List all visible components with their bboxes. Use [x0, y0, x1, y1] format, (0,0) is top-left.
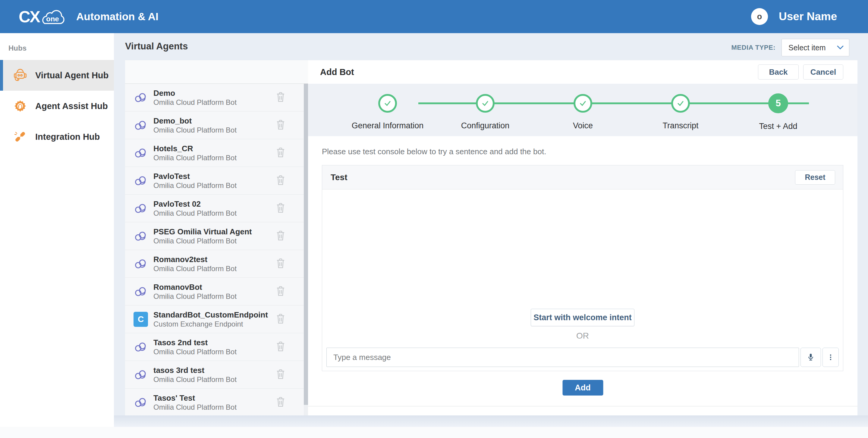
- bot-name: PavloTest 02: [153, 199, 237, 209]
- trash-icon: [276, 174, 286, 186]
- add-button[interactable]: Add: [562, 380, 603, 396]
- or-label: OR: [322, 331, 843, 341]
- trash-icon: [276, 147, 286, 158]
- step-label: Voice: [573, 121, 593, 130]
- bot-list-item[interactable]: Tasos 2nd test Omilia Cloud Platform Bot: [125, 333, 308, 361]
- media-type-select[interactable]: Select item: [781, 39, 849, 56]
- trash-icon: [276, 258, 286, 269]
- omilia-cloud-icon: [133, 175, 148, 187]
- bot-type: Custom Exchange Endpoint: [153, 319, 268, 329]
- delete-bot-button[interactable]: [276, 285, 286, 298]
- trash-icon: [276, 91, 286, 103]
- step-label: Configuration: [461, 121, 510, 130]
- sidebar-item-integration-hub[interactable]: Integration Hub: [0, 122, 114, 152]
- delete-bot-button[interactable]: [276, 368, 286, 381]
- bot-list-item[interactable]: Demo_bot Omilia Cloud Platform Bot: [125, 111, 308, 139]
- bot-list-item[interactable]: Tasos' Test Omilia Cloud Platform Bot: [125, 389, 308, 416]
- bot-type: Omilia Cloud Platform Bot: [153, 375, 237, 384]
- bot-name: Demo: [153, 88, 237, 98]
- plug-link-icon: [13, 130, 27, 144]
- bot-type: Omilia Cloud Platform Bot: [153, 98, 237, 107]
- delete-bot-button[interactable]: [276, 119, 286, 131]
- add-bot-header: Add Bot Back Cancel: [308, 60, 858, 84]
- omilia-cloud-icon: [133, 285, 148, 298]
- wizard-step: 5 Test + Add: [730, 84, 827, 136]
- trash-icon: [276, 285, 286, 297]
- scrollbar-thumb[interactable]: [304, 84, 308, 405]
- sidebar-nav: Virtual Agent Hub Agent Assist Hub: [0, 60, 114, 152]
- step-indicator[interactable]: [378, 94, 397, 113]
- page-section-title: Virtual Agents: [125, 41, 188, 52]
- gear-headset-icon: [13, 99, 27, 113]
- delete-bot-button[interactable]: [276, 174, 286, 187]
- message-input[interactable]: [327, 348, 799, 367]
- delete-bot-button[interactable]: [276, 202, 286, 214]
- step-label: Test + Add: [759, 122, 798, 131]
- sidebar-item-label: Agent Assist Hub: [35, 101, 108, 111]
- bot-list-panel: Demo Omilia Cloud Platform Bot Demo_bot …: [125, 60, 308, 416]
- step-indicator[interactable]: [574, 94, 592, 113]
- media-type-selected-value: Select item: [788, 43, 826, 52]
- bot-list: Demo Omilia Cloud Platform Bot Demo_bot …: [125, 84, 308, 416]
- bot-list-item[interactable]: Hotels_CR Omilia Cloud Platform Bot: [125, 139, 308, 167]
- add-bot-title: Add Bot: [320, 67, 354, 77]
- sidebar-item-agent-assist-hub[interactable]: Agent Assist Hub: [0, 91, 114, 122]
- microphone-button[interactable]: [801, 348, 821, 367]
- delete-bot-button[interactable]: [276, 230, 286, 242]
- bot-list-header: [125, 60, 308, 84]
- test-instruction-text: Please use test console below to try a s…: [322, 147, 546, 156]
- bot-list-item[interactable]: tasos 3rd test Omilia Cloud Platform Bot: [125, 361, 308, 389]
- omilia-cloud-icon: [133, 397, 148, 408]
- wizard-actions: Back Cancel: [758, 64, 843, 79]
- check-icon: [676, 99, 685, 108]
- delete-bot-button[interactable]: [276, 147, 286, 159]
- bot-name: RomanovBot: [153, 282, 237, 292]
- bot-list-scrollbar[interactable]: [304, 84, 308, 416]
- step-indicator[interactable]: 5: [768, 93, 788, 113]
- bot-list-item[interactable]: PavloTest 02 Omilia Cloud Platform Bot: [125, 195, 308, 222]
- bot-list-item[interactable]: PavloTest Omilia Cloud Platform Bot: [125, 167, 308, 195]
- app-screen: CX one Automation & AI o User Name Hubs: [0, 0, 868, 438]
- step-indicator[interactable]: [476, 94, 495, 113]
- omilia-cloud-icon: [133, 230, 148, 242]
- bot-list-item[interactable]: C StandardBot_CustomEndpoint Custom Exch…: [125, 305, 308, 333]
- bot-name: Romanov2test: [153, 255, 237, 264]
- delete-bot-button[interactable]: [276, 341, 286, 353]
- user-menu[interactable]: User Name: [779, 10, 837, 23]
- more-options-button[interactable]: [823, 348, 839, 367]
- bot-list-item[interactable]: PSEG Omilia Virtual Agent Omilia Cloud P…: [125, 222, 308, 250]
- bot-name: Hotels_CR: [153, 144, 237, 153]
- back-button[interactable]: Back: [758, 64, 799, 79]
- bot-type: Omilia Cloud Platform Bot: [153, 181, 237, 190]
- delete-bot-button[interactable]: [276, 258, 286, 270]
- start-with-welcome-intent-button[interactable]: Start with welcome intent: [531, 309, 634, 326]
- delete-bot-button[interactable]: [276, 91, 286, 104]
- step-indicator[interactable]: [671, 94, 690, 113]
- bot-list-item[interactable]: Demo Omilia Cloud Platform Bot: [125, 84, 308, 111]
- bot-type: Omilia Cloud Platform Bot: [153, 347, 237, 357]
- bot-type: Omilia Cloud Platform Bot: [153, 236, 252, 245]
- bot-name: Demo_bot: [153, 116, 237, 126]
- bot-name: tasos 3rd test: [153, 365, 237, 375]
- reset-button[interactable]: Reset: [795, 170, 835, 184]
- delete-bot-button[interactable]: [276, 396, 286, 408]
- avatar[interactable]: o: [751, 8, 768, 25]
- bot-list-item[interactable]: RomanovBot Omilia Cloud Platform Bot: [125, 278, 308, 305]
- trash-icon: [276, 202, 286, 213]
- omilia-cloud-icon: [133, 119, 148, 131]
- bot-list-item[interactable]: Romanov2test Omilia Cloud Platform Bot: [125, 250, 308, 278]
- bot-type: Omilia Cloud Platform Bot: [153, 292, 237, 301]
- bot-type: Omilia Cloud Platform Bot: [153, 264, 237, 273]
- test-console-title: Test: [331, 173, 347, 182]
- cancel-button[interactable]: Cancel: [803, 64, 843, 79]
- trash-icon: [276, 341, 286, 352]
- omilia-cloud-icon: [133, 147, 148, 159]
- sidebar-item-label: Virtual Agent Hub: [35, 70, 108, 80]
- robot-headset-icon: [13, 68, 27, 82]
- step-label: General Information: [352, 121, 424, 130]
- sidebar-item-virtual-agent-hub[interactable]: Virtual Agent Hub: [0, 60, 114, 91]
- page-title: Automation & AI: [76, 10, 158, 23]
- delete-bot-button[interactable]: [276, 313, 286, 325]
- media-type-group: MEDIA TYPE: Select item: [732, 39, 849, 56]
- sidebar: Hubs Virtual Agent Hub: [0, 33, 114, 427]
